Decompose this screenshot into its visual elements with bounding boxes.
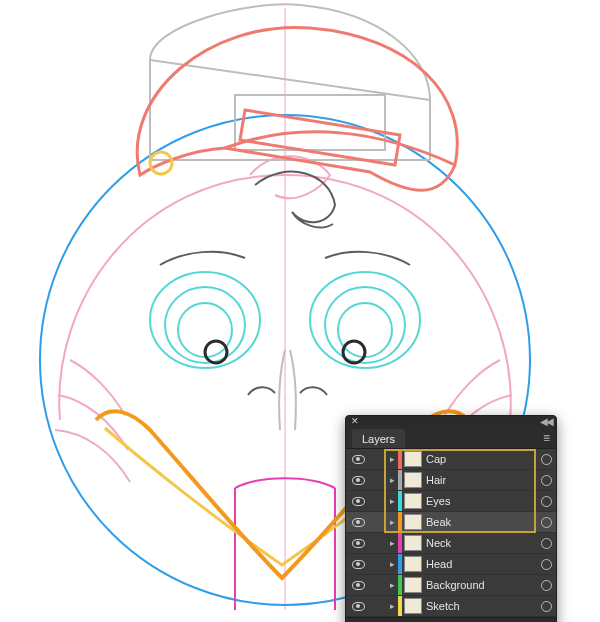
eye-icon: [352, 602, 365, 611]
eye-icon: [352, 518, 365, 527]
visibility-toggle[interactable]: [346, 497, 370, 506]
nostril-left: [248, 387, 275, 395]
layer-list: ▸Cap▸Hair▸Eyes▸Beak▸Neck▸Head▸Background…: [346, 449, 556, 617]
panel-menu-icon[interactable]: ≡: [543, 431, 550, 448]
layer-name[interactable]: Eyes: [426, 495, 536, 507]
layer-color-swatch: [398, 470, 402, 490]
layer-row[interactable]: ▸Eyes: [346, 491, 556, 512]
expand-arrow-icon[interactable]: ▸: [386, 475, 398, 485]
layers-panel[interactable]: ✕ ◀◀ Layers ≡ ▸Cap▸Hair▸Eyes▸Beak▸Neck▸H…: [345, 415, 557, 622]
layer-row[interactable]: ▸Beak: [346, 512, 556, 533]
layer-row[interactable]: ▸Neck: [346, 533, 556, 554]
layer-thumbnail: [404, 514, 422, 530]
layer-thumbnail: [404, 451, 422, 467]
layer-name[interactable]: Sketch: [426, 600, 536, 612]
layer-name[interactable]: Beak: [426, 516, 536, 528]
target-icon[interactable]: [536, 454, 556, 465]
layer-color-swatch: [398, 512, 402, 532]
target-icon[interactable]: [536, 601, 556, 612]
layer-thumbnail: [404, 556, 422, 572]
tab-layers[interactable]: Layers: [352, 429, 405, 448]
layer-row[interactable]: ▸Cap: [346, 449, 556, 470]
hair-curl: [255, 172, 335, 228]
layer-color-swatch: [398, 575, 402, 595]
layer-color-swatch: [398, 449, 402, 469]
expand-arrow-icon[interactable]: ▸: [386, 454, 398, 464]
layer-row[interactable]: ▸Head: [346, 554, 556, 575]
layer-color-swatch: [398, 554, 402, 574]
layer-color-swatch: [398, 533, 402, 553]
eyebrow-right: [325, 252, 410, 265]
layer-thumbnail: [404, 577, 422, 593]
layer-color-swatch: [398, 596, 402, 616]
layer-name[interactable]: Neck: [426, 537, 536, 549]
pupil-left: [205, 341, 227, 363]
visibility-toggle[interactable]: [346, 602, 370, 611]
eye-icon: [352, 497, 365, 506]
eye-icon: [352, 476, 365, 485]
pupil-right: [343, 341, 365, 363]
expand-arrow-icon[interactable]: ▸: [386, 538, 398, 548]
layer-row[interactable]: ▸Sketch: [346, 596, 556, 617]
close-icon[interactable]: ✕: [351, 417, 359, 426]
layer-name[interactable]: Head: [426, 558, 536, 570]
layer-row[interactable]: ▸Hair: [346, 470, 556, 491]
expand-arrow-icon[interactable]: ▸: [386, 517, 398, 527]
nostril-right: [300, 387, 327, 395]
expand-arrow-icon[interactable]: ▸: [386, 580, 398, 590]
target-icon[interactable]: [536, 580, 556, 591]
target-icon[interactable]: [536, 538, 556, 549]
eye-icon: [352, 539, 365, 548]
visibility-toggle[interactable]: [346, 560, 370, 569]
expand-arrow-icon[interactable]: ▸: [386, 559, 398, 569]
layer-name[interactable]: Cap: [426, 453, 536, 465]
layer-row[interactable]: ▸Background: [346, 575, 556, 596]
eyebrow-left: [160, 252, 245, 265]
expand-arrow-icon[interactable]: ▸: [386, 601, 398, 611]
target-icon[interactable]: [536, 475, 556, 486]
target-icon[interactable]: [536, 517, 556, 528]
eye-icon: [352, 455, 365, 464]
expand-arrow-icon[interactable]: ▸: [386, 496, 398, 506]
visibility-toggle[interactable]: [346, 455, 370, 464]
layer-name[interactable]: Hair: [426, 474, 536, 486]
target-icon[interactable]: [536, 559, 556, 570]
layer-thumbnail: [404, 598, 422, 614]
target-icon[interactable]: [536, 496, 556, 507]
eye-icon: [352, 581, 365, 590]
layer-thumbnail: [404, 472, 422, 488]
layer-thumbnail: [404, 493, 422, 509]
layer-name[interactable]: Background: [426, 579, 536, 591]
panel-footer: 8 Layers ⌖ ◧ ⧉ ▤ 🗑: [346, 617, 556, 622]
visibility-toggle[interactable]: [346, 581, 370, 590]
collapse-icon[interactable]: ◀◀: [540, 416, 552, 427]
visibility-toggle[interactable]: [346, 518, 370, 527]
eye-icon: [352, 560, 365, 569]
visibility-toggle[interactable]: [346, 539, 370, 548]
panel-tabbar: Layers ≡: [346, 426, 556, 449]
panel-grip[interactable]: ✕ ◀◀: [346, 416, 556, 426]
layer-color-swatch: [398, 491, 402, 511]
visibility-toggle[interactable]: [346, 476, 370, 485]
layer-thumbnail: [404, 535, 422, 551]
